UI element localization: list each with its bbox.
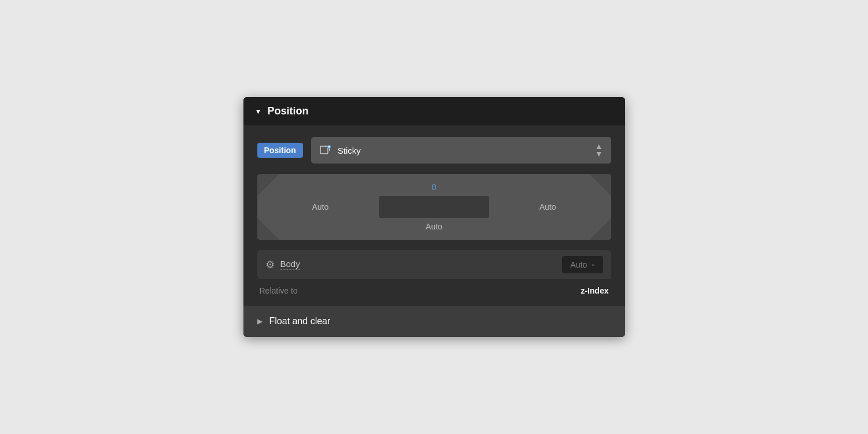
position-type-select[interactable]: Sticky ▲ ▼ — [311, 137, 611, 163]
inset-top-value[interactable]: 0 — [379, 182, 489, 192]
panel-title: Position — [267, 105, 308, 117]
panel-header: ▼ Position — [243, 97, 625, 125]
gear-icon: ⚙ — [265, 258, 275, 271]
inset-corner-tr — [589, 174, 611, 196]
position-panel: ▼ Position Position Stic — [243, 97, 625, 336]
sticky-icon — [319, 144, 332, 157]
position-label: Position — [257, 143, 303, 158]
position-select-left: Sticky — [319, 144, 361, 157]
body-auto-text: Auto — [570, 260, 587, 269]
position-row: Position Sticky ▲ — [257, 137, 611, 163]
svg-point-2 — [328, 146, 330, 148]
select-arrows-icon: ▲ ▼ — [595, 143, 603, 157]
body-right[interactable]: Auto - — [562, 256, 603, 273]
body-row: ⚙ Body Auto - — [257, 250, 611, 279]
collapse-chevron-icon[interactable]: ▼ — [255, 107, 262, 116]
inset-corner-br — [589, 218, 611, 240]
inset-right-value[interactable]: Auto — [493, 202, 603, 212]
float-clear-label: Float and clear — [269, 316, 331, 327]
position-select-text: Sticky — [338, 146, 361, 155]
inset-bottom-value[interactable]: Auto — [379, 221, 489, 232]
relative-to-label: Relative to — [260, 286, 298, 295]
inset-box: 0 Auto Auto Auto — [257, 174, 611, 240]
panel-body: Position Sticky ▲ — [243, 125, 625, 336]
inset-grid: 0 Auto Auto Auto — [265, 182, 603, 232]
relative-to-row: Relative to z-Index — [257, 285, 611, 306]
inset-corner-bl — [257, 218, 279, 240]
inset-center-input[interactable] — [379, 196, 489, 218]
inset-corner-tl — [257, 174, 279, 196]
body-label: Body — [280, 259, 300, 270]
svg-rect-0 — [320, 146, 328, 154]
inset-left-value[interactable]: Auto — [265, 202, 376, 212]
body-left: ⚙ Body — [265, 258, 300, 271]
body-minus-button[interactable]: - — [592, 259, 594, 270]
float-and-clear-row[interactable]: ▶ Float and clear — [243, 306, 625, 337]
z-index-value: z-Index — [581, 286, 608, 295]
float-clear-chevron-icon: ▶ — [257, 317, 263, 325]
